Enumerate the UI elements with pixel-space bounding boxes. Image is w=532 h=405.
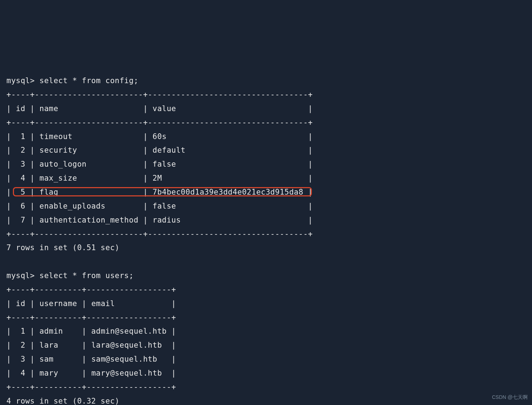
query-2-command: select * from users; — [39, 271, 134, 280]
cell-email: mary@sequel.htb — [91, 369, 162, 377]
cell-id: 6 — [20, 202, 25, 210]
mysql-prompt: mysql> — [6, 271, 35, 280]
table-1-row: | 4 | max_size | 2M | — [6, 174, 313, 182]
cell-id: 1 — [20, 327, 25, 335]
cell-name: max_size — [39, 174, 77, 182]
table-1-row-highlighted: | 5 | flag | 7b4bec00d1a39e3dd4e021ec3d9… — [6, 188, 313, 196]
cell-id: 1 — [20, 132, 25, 141]
table-2-border-mid: +----+----------+------------------+ — [6, 313, 176, 322]
col-header-username: username — [39, 299, 77, 308]
cell-email: lara@sequel.htb — [91, 341, 162, 349]
table-2-row: | 1 | admin | admin@sequel.htb | — [6, 327, 176, 335]
cell-id: 4 — [20, 369, 25, 377]
col-header-value: value — [152, 104, 176, 113]
cell-id: 4 — [20, 174, 25, 182]
col-header-id: id — [16, 299, 25, 308]
cell-id: 3 — [20, 355, 25, 363]
table-1-row: | 3 | auto_logon | false | — [6, 160, 313, 168]
cell-value: radius — [152, 216, 181, 224]
cell-name: enable_uploads — [39, 202, 105, 210]
cell-id: 5 — [20, 188, 25, 196]
query-2-footer: 4 rows in set (0.32 sec) — [6, 397, 119, 405]
cell-value: false — [152, 202, 176, 210]
table-2-row: | 3 | sam | sam@sequel.htb | — [6, 355, 176, 363]
cell-value: default — [152, 146, 185, 154]
cell-value: 60s — [152, 132, 166, 141]
table-1-row: | 7 | authentication_method | radius | — [6, 216, 313, 224]
table-1-border-bottom: +----+-----------------------+----------… — [6, 230, 313, 238]
table-2-row: | 2 | lara | lara@sequel.htb | — [6, 341, 176, 349]
cell-username: lara — [39, 341, 58, 349]
table-1-row: | 6 | enable_uploads | false | — [6, 202, 313, 210]
prompt-line-1[interactable]: mysql> select * from config; — [6, 76, 138, 85]
cell-username: admin — [39, 327, 63, 335]
table-1-border-mid: +----+-----------------------+----------… — [6, 118, 313, 127]
cell-name: security — [39, 146, 77, 154]
prompt-line-2[interactable]: mysql> select * from users; — [6, 271, 134, 280]
cell-name: flag — [39, 188, 58, 196]
cell-value: 7b4bec00d1a39e3dd4e021ec3d915da8 — [152, 188, 303, 196]
cell-name: auto_logon — [39, 160, 86, 168]
query-1-command: select * from config; — [39, 76, 138, 85]
col-header-name: name — [39, 104, 58, 113]
cell-email: sam@sequel.htb — [91, 355, 157, 363]
cell-id: 7 — [20, 216, 25, 224]
terminal-output: mysql> select * from config; +----+-----… — [6, 60, 526, 405]
mysql-prompt: mysql> — [6, 76, 35, 85]
table-2-border-top: +----+----------+------------------+ — [6, 285, 176, 294]
cell-value: false — [152, 160, 176, 168]
cell-id: 3 — [20, 160, 25, 168]
table-1-border-top: +----+-----------------------+----------… — [6, 90, 313, 99]
col-header-email: email — [91, 299, 115, 308]
cell-username: mary — [39, 369, 58, 377]
cell-value: 2M — [152, 174, 162, 182]
cell-username: sam — [39, 355, 53, 363]
query-1-footer: 7 rows in set (0.51 sec) — [6, 243, 119, 252]
watermark: CSDN @七天啊 — [492, 393, 528, 402]
cell-id: 2 — [20, 341, 25, 349]
cell-id: 2 — [20, 146, 25, 154]
col-header-id: id — [16, 104, 25, 113]
table-2-header-row: | id | username | email | — [6, 299, 176, 308]
table-1-header-row: | id | name | value | — [6, 104, 313, 113]
table-1-row: | 1 | timeout | 60s | — [6, 132, 313, 141]
table-1-row: | 2 | security | default | — [6, 146, 313, 154]
table-2-border-bottom: +----+----------+------------------+ — [6, 383, 176, 391]
cell-name: authentication_method — [39, 216, 138, 224]
table-2-row: | 4 | mary | mary@sequel.htb | — [6, 369, 176, 377]
cell-name: timeout — [39, 132, 72, 141]
cell-email: admin@sequel.htb — [91, 327, 167, 335]
